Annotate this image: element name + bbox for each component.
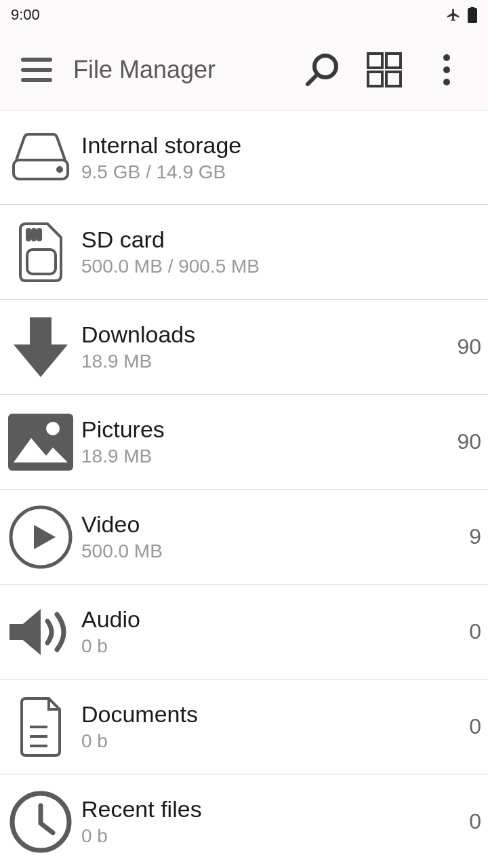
list-row-document[interactable]: Documents 0 b 0 <box>0 679 488 774</box>
row-text: Audio 0 b <box>81 606 469 657</box>
row-subtitle: 0 b <box>81 825 469 847</box>
list-row-hdd[interactable]: Internal storage 9.5 GB / 14.9 GB <box>0 110 488 205</box>
row-count: 9 <box>469 524 481 549</box>
grid-view-button[interactable] <box>363 49 405 91</box>
status-bar: 9:00 <box>0 0 488 30</box>
svg-rect-8 <box>386 54 401 68</box>
row-title: Downloads <box>81 321 457 348</box>
svg-point-11 <box>443 54 450 61</box>
svg-rect-2 <box>21 58 52 62</box>
sdcard-icon <box>7 218 75 286</box>
app-title: File Manager <box>73 56 281 84</box>
row-text: Video 500.0 MB <box>81 511 469 562</box>
clock-icon <box>7 788 75 856</box>
search-icon <box>304 52 340 88</box>
search-button[interactable] <box>301 49 343 91</box>
list-row-sdcard[interactable]: SD card 500.0 MB / 900.5 MB <box>0 205 488 300</box>
svg-rect-7 <box>368 54 382 68</box>
row-title: Pictures <box>81 416 457 443</box>
list-row-download[interactable]: Downloads 18.9 MB 90 <box>0 300 488 395</box>
row-text: Pictures 18.9 MB <box>81 416 457 467</box>
row-count: 0 <box>469 714 481 739</box>
more-vert-icon <box>443 54 451 86</box>
svg-rect-3 <box>21 68 52 72</box>
list-row-clock[interactable]: Recent files 0 b 0 <box>0 774 488 868</box>
status-icons <box>446 7 477 23</box>
row-title: Recent files <box>81 796 469 823</box>
audio-icon <box>7 598 75 666</box>
svg-rect-9 <box>368 72 382 86</box>
svg-point-15 <box>58 167 62 172</box>
row-count: 0 <box>469 619 481 644</box>
svg-rect-19 <box>27 250 56 274</box>
row-count: 90 <box>457 334 481 359</box>
download-icon <box>7 313 75 381</box>
menu-button[interactable] <box>20 54 53 86</box>
storage-list: Internal storage 9.5 GB / 14.9 GB SD car… <box>0 110 488 868</box>
airplane-mode-icon <box>446 7 461 22</box>
hdd-icon <box>7 123 75 191</box>
svg-rect-18 <box>38 229 41 240</box>
row-count: 90 <box>457 429 481 454</box>
svg-rect-1 <box>470 7 474 9</box>
list-row-play[interactable]: Video 500.0 MB 9 <box>0 490 488 585</box>
svg-point-13 <box>443 79 450 85</box>
row-count: 0 <box>469 809 481 834</box>
list-row-audio[interactable]: Audio 0 b 0 <box>0 585 488 679</box>
svg-rect-0 <box>468 8 477 23</box>
svg-point-21 <box>46 422 60 435</box>
row-text: Internal storage 9.5 GB / 14.9 GB <box>81 132 481 183</box>
grid-icon <box>367 52 402 87</box>
row-subtitle: 18.9 MB <box>81 446 457 467</box>
svg-rect-4 <box>21 78 52 82</box>
row-title: Audio <box>81 606 469 633</box>
svg-line-6 <box>308 75 317 84</box>
row-title: Video <box>81 511 469 538</box>
svg-point-12 <box>443 66 450 73</box>
row-subtitle: 0 b <box>81 730 469 752</box>
app-bar: File Manager <box>0 30 488 110</box>
svg-rect-16 <box>27 229 30 240</box>
play-icon <box>7 503 75 571</box>
row-text: SD card 500.0 MB / 900.5 MB <box>81 226 481 277</box>
list-row-image[interactable]: Pictures 18.9 MB 90 <box>0 395 488 490</box>
hamburger-icon <box>21 58 52 82</box>
row-subtitle: 0 b <box>81 635 469 657</box>
overflow-menu-button[interactable] <box>426 49 468 91</box>
row-title: Documents <box>81 701 469 728</box>
row-text: Downloads 18.9 MB <box>81 321 457 372</box>
row-text: Recent files 0 b <box>81 796 469 847</box>
svg-rect-17 <box>33 229 35 240</box>
row-subtitle: 500.0 MB / 900.5 MB <box>81 256 481 277</box>
svg-rect-10 <box>386 72 401 86</box>
image-icon <box>7 408 75 476</box>
battery-icon <box>468 7 477 23</box>
row-subtitle: 500.0 MB <box>81 540 469 562</box>
row-text: Documents 0 b <box>81 701 469 752</box>
row-title: Internal storage <box>81 132 481 159</box>
status-time: 9:00 <box>11 6 40 24</box>
document-icon <box>7 693 75 761</box>
row-title: SD card <box>81 226 481 253</box>
row-subtitle: 18.9 MB <box>81 351 457 372</box>
row-subtitle: 9.5 GB / 14.9 GB <box>81 161 481 183</box>
